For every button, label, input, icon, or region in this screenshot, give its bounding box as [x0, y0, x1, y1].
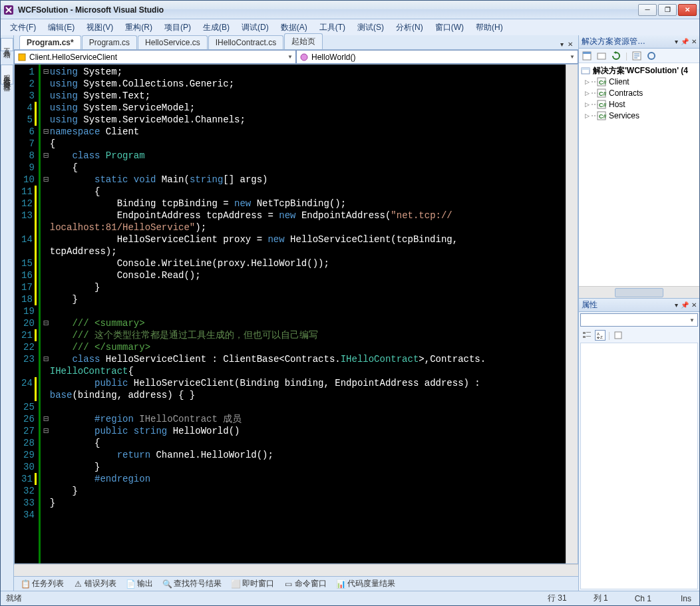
code-editor[interactable]: 1234567891011121314151617181920212223242… [15, 65, 566, 563]
bottom-tab[interactable]: ▭命令窗口 [281, 577, 329, 590]
editor-vertical-scrollbar[interactable] [566, 65, 578, 563]
pin-icon[interactable]: 📌 [681, 301, 689, 309]
svg-text:C#: C# [599, 113, 606, 120]
member-navigator-text: HelloWorld() [311, 53, 355, 62]
view-code-icon[interactable] [631, 51, 642, 61]
minimize-button[interactable]: ─ [638, 4, 657, 16]
expand-icon[interactable]: ▷ [583, 101, 591, 108]
maximize-button[interactable]: ❐ [658, 4, 677, 16]
document-tab[interactable]: Program.cs* [19, 35, 81, 49]
expand-icon[interactable]: ▷ [583, 90, 591, 96]
status-line: 行 31 [548, 593, 567, 604]
close-button[interactable]: ✕ [678, 4, 697, 16]
menu-item[interactable]: 调试(D) [236, 21, 274, 35]
csharp-project-icon: C# [596, 111, 607, 120]
menu-item[interactable]: 重构(R) [120, 21, 158, 35]
member-navigator[interactable]: HelloWorld() ▼ [296, 50, 578, 64]
window: WCFSolution - Microsoft Visual Studio ─ … [0, 0, 700, 606]
view-designer-icon[interactable] [646, 51, 657, 61]
categorized-icon[interactable] [582, 330, 592, 341]
pin-icon[interactable]: 📌 [681, 38, 689, 45]
document-tab[interactable]: HelloService.cs [138, 35, 208, 49]
menu-item[interactable]: 视图(V) [81, 21, 118, 35]
menu-item[interactable]: 数据(A) [275, 21, 313, 35]
tree-horizontal-scrollbar[interactable] [579, 286, 699, 298]
refresh-icon[interactable] [611, 51, 621, 61]
svg-point-7 [648, 53, 655, 59]
project-node[interactable]: ▷⋯C#Contracts [580, 88, 698, 98]
svg-rect-24 [615, 332, 621, 339]
tab-close-icon[interactable]: ✕ [568, 41, 573, 48]
bottom-tool-tabs: 📋任务列表⚠错误列表📄输出🔍查找符号结果⬜即时窗口▭命令窗口📊代码度量结果 [14, 576, 578, 591]
svg-rect-4 [583, 52, 591, 54]
pane-close-icon[interactable]: ✕ [691, 301, 697, 309]
show-all-icon[interactable] [596, 51, 607, 61]
type-navigator[interactable]: Client.HelloServiceClient ▼ [14, 50, 296, 64]
side-tab[interactable]: 服务器资源管理器 [1, 65, 13, 84]
statusbar: 就绪 行 31 列 1 Ch 1 Ins [1, 591, 699, 605]
menu-item[interactable]: 工具(T) [314, 21, 351, 35]
properties-object-selector[interactable]: ▼ [580, 313, 698, 327]
tab-icon: ▭ [283, 579, 293, 589]
csharp-project-icon: C# [596, 88, 607, 98]
project-node[interactable]: ▷⋯C#Client [580, 76, 698, 87]
document-tab[interactable]: Program.cs [82, 35, 137, 49]
menu-item[interactable]: 项目(P) [159, 21, 196, 35]
solution-tree[interactable]: 解决方案'WCFSolution' (4▷⋯C#Client▷⋯C#Contra… [579, 63, 699, 286]
editor-horizontal-scrollbar[interactable] [14, 564, 578, 576]
menu-item[interactable]: 生成(B) [198, 21, 235, 35]
properties-toolbar: AZ | [579, 328, 699, 343]
menu-item[interactable]: 文件(F) [5, 21, 41, 35]
app-icon [3, 5, 14, 15]
pane-title: 属性 [582, 299, 672, 311]
body: 工具箱服务器资源管理器 Program.cs*Program.csHelloSe… [1, 35, 699, 591]
status-ready: 就绪 [6, 593, 22, 604]
property-pages-icon[interactable] [613, 330, 623, 341]
project-node[interactable]: ▷⋯C#Host [580, 99, 698, 110]
method-icon [299, 53, 309, 62]
svg-text:C#: C# [599, 90, 606, 97]
side-tab[interactable]: 工具箱 [1, 38, 13, 51]
editor-wrap: 1234567891011121314151617181920212223242… [14, 65, 578, 564]
document-tab[interactable]: 起始页 [284, 33, 323, 49]
properties-grid[interactable] [580, 343, 698, 589]
left-tool-strip: 工具箱服务器资源管理器 [1, 35, 14, 591]
bottom-tab[interactable]: ⚠错误列表 [71, 577, 119, 590]
tab-dropdown-icon[interactable]: ▾ [560, 41, 564, 48]
menu-item[interactable]: 分析(N) [391, 21, 429, 35]
pane-dropdown-icon[interactable]: ▾ [675, 38, 678, 45]
svg-text:C#: C# [599, 102, 606, 108]
alphabetical-icon[interactable]: AZ [595, 330, 606, 341]
svg-rect-19 [586, 332, 591, 333]
bottom-tab[interactable]: 📋任务列表 [18, 577, 67, 590]
document-tab[interactable]: IHelloContract.cs [208, 35, 283, 49]
menu-item[interactable]: 测试(S) [352, 21, 389, 35]
code-content[interactable]: ⊟using System; using System.Collections.… [41, 65, 566, 563]
pane-close-icon[interactable]: ✕ [691, 38, 697, 45]
bottom-tab[interactable]: 🔍查找符号结果 [160, 577, 224, 590]
type-navigator-text: Client.HelloServiceClient [29, 53, 117, 62]
menu-item[interactable]: 帮助(H) [470, 21, 508, 35]
expand-icon[interactable]: ▷ [583, 78, 591, 85]
bottom-tab[interactable]: ⬜即时窗口 [228, 577, 277, 590]
status-ins: Ins [678, 593, 694, 604]
menu-item[interactable]: 编辑(E) [43, 21, 80, 35]
right-pane: 解决方案资源管… ▾ 📌 ✕ | 解决方案'WCFSolution' (4▷⋯C… [578, 35, 699, 591]
menu-item[interactable]: 窗口(W) [430, 21, 469, 35]
tab-icon: 📊 [336, 579, 345, 589]
project-node[interactable]: ▷⋯C#Services [580, 110, 698, 121]
window-title: WCFSolution - Microsoft Visual Studio [18, 5, 637, 15]
svg-text:Z: Z [600, 335, 603, 339]
status-ch: Ch 1 [635, 594, 651, 603]
csharp-project-icon: C# [596, 77, 607, 86]
solution-node[interactable]: 解决方案'WCFSolution' (4 [580, 65, 698, 76]
status-col: 列 1 [594, 593, 608, 604]
bottom-tab[interactable]: 📊代码度量结果 [333, 577, 398, 590]
solution-explorer-header: 解决方案资源管… ▾ 📌 ✕ [579, 35, 699, 49]
solution-explorer: 解决方案资源管… ▾ 📌 ✕ | 解决方案'WCFSolution' (4▷⋯C… [579, 35, 699, 298]
expand-icon[interactable]: ▷ [583, 112, 591, 119]
pane-dropdown-icon[interactable]: ▾ [675, 301, 678, 309]
bottom-tab[interactable]: 📄输出 [123, 577, 156, 590]
svg-rect-18 [583, 332, 586, 334]
properties-icon[interactable] [582, 51, 592, 61]
